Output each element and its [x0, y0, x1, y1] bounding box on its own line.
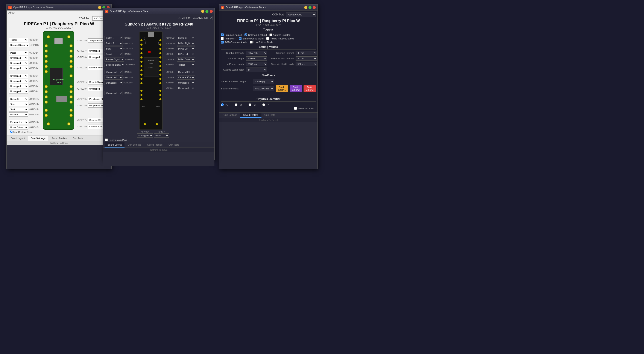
toggle-solenoid-enabled[interactable]: Solenoid Enabled: [244, 33, 266, 36]
mid-gpio-20-l[interactable]: Unmapped: [104, 81, 123, 85]
window-3-body: COM Port: /dev/ttyACM0 FIRECon P1 | Rasp…: [219, 10, 318, 112]
tab-gun-settings-2[interactable]: Gun Settings: [124, 142, 144, 148]
mid-gpio-12[interactable]: Unmapped: [104, 91, 123, 95]
mid-gpio-2[interactable]: Camera SDA: [177, 75, 195, 80]
solenoid-hold-select[interactable]: 500 ms: [296, 62, 317, 66]
toggle-low-buttons-mode[interactable]: Low Buttons Mode: [250, 41, 273, 43]
pause-length-select[interactable]: 2500 ms: [246, 62, 267, 66]
tab-saved-profiles-2[interactable]: Saved Profiles: [144, 142, 166, 148]
use-custom-row-2: Use Custom Pins: [103, 138, 214, 142]
radio-p3[interactable]: P3: [248, 103, 256, 106]
toggle-rgb-common-anode[interactable]: RGB Common Anode: [221, 41, 247, 43]
autofire-wait-select[interactable]: 3x: [246, 68, 267, 72]
gpio-select-6[interactable]: Unmapped: [9, 74, 28, 78]
mid-gpio-0[interactable]: Unmapped: [177, 81, 195, 85]
com-port-label-3: COM Port:: [272, 13, 284, 16]
tab-gun-tests-1[interactable]: Gun Tests: [70, 136, 86, 141]
gpio-select-3[interactable]: Unmapped: [9, 56, 28, 60]
static-color-1-btn[interactable]: Static Color 1: [276, 85, 288, 92]
mid-gpio-8[interactable]: D-Pad Left: [177, 52, 195, 56]
use-custom-pins-cb-1[interactable]: [10, 131, 12, 133]
tab-board-layout-2[interactable]: Board Layout: [104, 142, 124, 148]
solenoid-hold-row: Solenoid Hold Length: 500 ms: [271, 62, 317, 66]
advanced-view-row: Advanced View: [221, 106, 316, 111]
minimize-btn-3[interactable]: [304, 6, 307, 9]
neo-strand-select[interactable]: 3 Pixel(s): [253, 79, 274, 84]
mid-gpio-25[interactable]: Solenoid Signal: [104, 63, 125, 67]
advanced-view-cb[interactable]: [294, 107, 297, 110]
tab-bar-1: Board Layout Gun Settings Saved Profiles…: [7, 136, 112, 141]
mid-gpio-9[interactable]: D-Pad Up: [177, 46, 195, 51]
use-custom-pins-cb-2[interactable]: [105, 139, 108, 141]
solenoid-interval-select[interactable]: 45 ms: [296, 51, 317, 55]
toggle-simple-pause[interactable]: Simple Pause Menu: [239, 37, 264, 40]
mid-gpio-3[interactable]: Camera SCL: [177, 70, 195, 74]
maximize-btn-2[interactable]: [206, 10, 208, 13]
tab-gun-tests-2[interactable]: Gun Tests: [166, 142, 182, 148]
gpio-select-2[interactable]: Pedal: [9, 51, 28, 55]
tab-board-layout-1[interactable]: Board Layout: [8, 136, 28, 141]
device-version-1: v4.2 - "Fault Carol-dev": [8, 27, 110, 30]
mid-gpio-28[interactable]: Start: [104, 46, 123, 51]
gpio-select-10[interactable]: Button B: [9, 97, 28, 101]
radio-p1[interactable]: P1: [221, 103, 228, 106]
toggle-hold-to-pause[interactable]: Hold to Pause Enabled: [266, 37, 294, 40]
gpio-select-9[interactable]: Unmapped: [9, 89, 28, 93]
about-menu[interactable]: About: [8, 11, 15, 14]
mid-gpio-6[interactable]: Trigger: [177, 63, 195, 67]
com-port-select-2[interactable]: /dev/ttyACM0: [191, 16, 213, 20]
mid-gpio-1[interactable]: Unmapped: [177, 86, 195, 90]
gpio-select-8[interactable]: Unmapped: [9, 84, 28, 88]
maximize-btn-3[interactable]: [308, 6, 312, 9]
gpio-select-5[interactable]: Unmapped: [9, 66, 28, 70]
mid-gpio-27[interactable]: Button A: [104, 41, 123, 45]
radio-p2[interactable]: P2: [235, 103, 242, 106]
toggle-rumble-enabled[interactable]: Rumble Enabled: [221, 33, 242, 36]
gpio-select-1[interactable]: Solenoid Signal: [9, 43, 30, 47]
tab-gun-settings-1[interactable]: Gun Settings: [28, 136, 48, 141]
gpio-select-0[interactable]: Trigger: [9, 38, 28, 42]
static-color-3-btn[interactable]: Static Color 3: [304, 85, 316, 92]
toggle-rumble-ff[interactable]: Rumble FF: [221, 37, 236, 40]
title-bar-1: 🔥 OpenFIRE App - Codename Steam: [7, 4, 112, 10]
mid-gpio-26[interactable]: Button B: [104, 36, 123, 40]
gpio-select-15[interactable]: Home Button: [9, 125, 28, 130]
mid-gpio-18[interactable]: Unmapped: [104, 70, 123, 74]
solenoid-fast-select[interactable]: 30 ms: [296, 56, 317, 61]
static-neo-label: Static NeoPixels:: [221, 87, 251, 90]
gpio-select-13[interactable]: Button A: [9, 112, 28, 117]
minimize-btn-1[interactable]: [98, 6, 101, 9]
static-neo-row: Static NeoPixels: First 2 Pixel(s) Stati…: [221, 85, 316, 92]
tab-gun-tests-3[interactable]: Gun Tests: [262, 113, 278, 118]
gpio-select-14[interactable]: Pump Action: [9, 120, 28, 124]
mid-gpio-4[interactable]: Pedal: [154, 133, 169, 138]
close-btn-2[interactable]: [210, 10, 213, 13]
mid-gpio-24[interactable]: Rumble Signal: [104, 57, 124, 61]
radio-p4[interactable]: P4: [262, 103, 269, 106]
tab-gun-settings-3[interactable]: Gun Settings: [220, 113, 240, 118]
minimize-btn-2[interactable]: [201, 10, 204, 13]
rumble-length-select[interactable]: 200 ms: [246, 56, 267, 61]
static-neo-select[interactable]: First 2 Pixel(s): [253, 86, 274, 91]
static-color-2-btn[interactable]: Static Color 2: [290, 85, 302, 92]
gpio-select-11[interactable]: Select: [9, 102, 28, 106]
tab-saved-profiles-3[interactable]: Saved Profiles: [240, 113, 262, 118]
mid-gpio-29[interactable]: Select: [104, 52, 123, 56]
tab-saved-profiles-1[interactable]: Saved Profiles: [49, 136, 70, 141]
menu-bar-1[interactable]: About: [7, 10, 112, 15]
mid-gpio-19[interactable]: Unmapped: [104, 75, 123, 80]
custom-pins-row-1: Use Custom Pins: [8, 130, 110, 134]
toggle-autofire-enabled[interactable]: Autofire Enabled: [270, 33, 290, 36]
mid-gpio-10[interactable]: D-Pad Right: [177, 41, 195, 45]
pause-length-row: to-Pause Length: 2500 ms: [221, 62, 267, 66]
device-title-2: GunCon 2 | Adafruit ItsyBitsy RP2040: [103, 22, 214, 27]
rumble-intensity-select[interactable]: 255 / 255: [246, 51, 267, 55]
mid-gpio-5[interactable]: Unmapped: [137, 133, 153, 138]
close-btn-3[interactable]: [313, 6, 316, 9]
gpio-select-4[interactable]: Unmapped: [9, 61, 28, 65]
mid-gpio-7[interactable]: D-Pad Down: [177, 57, 195, 61]
gpio-select-7[interactable]: Unmapped: [9, 79, 28, 83]
gpio-select-12[interactable]: Start: [9, 107, 28, 112]
mid-gpio-11[interactable]: Button C: [177, 36, 195, 40]
com-port-select-3[interactable]: /dev/ttyACM0: [286, 12, 316, 17]
